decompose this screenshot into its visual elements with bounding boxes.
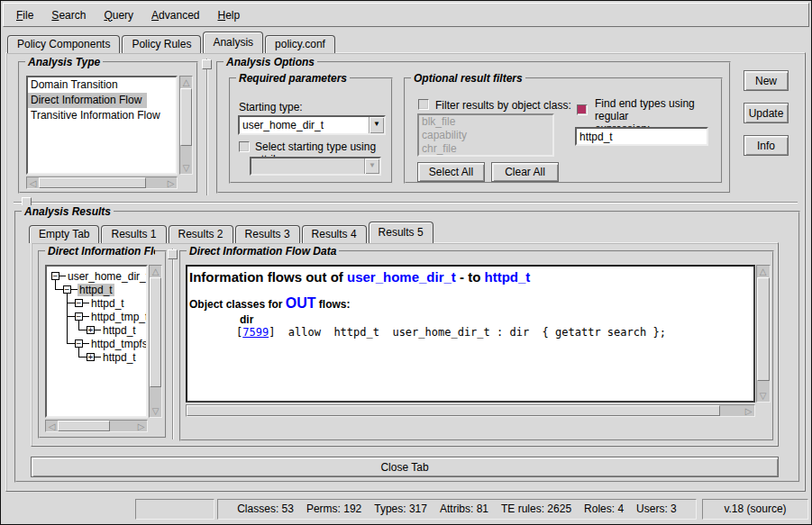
pane-sash-vertical[interactable]	[206, 59, 208, 195]
scroll-right-icon[interactable]: ▷	[135, 421, 147, 432]
flow-tree-hscrollbar[interactable]: ◁ ▷	[45, 420, 148, 432]
regex-input[interactable]	[577, 129, 707, 144]
flow-tree-panel: Direct Information Flow T	[38, 250, 167, 439]
optional-filters-panel: Optional result filters Filter results b…	[404, 77, 723, 184]
flow-tree[interactable]: −user_home_dir_t −httpd_t −httpd_t −http…	[45, 265, 148, 418]
status-stats-box: Classes: 53Perms: 192Types: 317Attribs: …	[217, 499, 697, 520]
tree-node: −httpd_t	[50, 283, 146, 296]
scrollbar-track[interactable]	[150, 277, 161, 405]
tree-node: +httpd_t	[50, 323, 146, 337]
tree-node: −httpd_tmp_t	[50, 310, 146, 323]
tree-expand-toggle[interactable]: +	[87, 353, 95, 361]
stat-classes: Classes: 53	[237, 502, 294, 515]
sash-handle[interactable]	[168, 249, 178, 259]
scrollbar-track[interactable]	[757, 277, 770, 390]
tree-node-label[interactable]: httpd_t	[101, 351, 138, 364]
flow-data-text[interactable]: Information flows out of user_home_dir_t…	[186, 265, 755, 403]
tab-results-1[interactable]: Results 1	[101, 225, 166, 243]
analysis-type-vscrollbar[interactable]: △ ▽	[179, 76, 193, 175]
filter-by-class-checkbox[interactable]	[418, 99, 429, 110]
tree-node-label[interactable]: user_home_dir_t	[66, 270, 148, 283]
scroll-down-icon[interactable]: ▽	[150, 405, 161, 417]
menu-item-query[interactable]: Query	[98, 7, 139, 23]
tab-policy-rules[interactable]: Policy Rules	[122, 35, 201, 53]
tab-policy-components[interactable]: Policy Components	[7, 35, 120, 53]
close-tab-button[interactable]: Close Tab	[31, 457, 779, 477]
menu-item-file[interactable]: File	[11, 7, 39, 23]
results-tab-content: Direct Information Flow T	[31, 242, 779, 447]
scrollbar-track[interactable]	[58, 421, 135, 431]
info-button[interactable]: Info	[744, 135, 789, 156]
analysis-type-listbox[interactable]: Domain Transition Direct Information Flo…	[26, 76, 178, 175]
tab-results-2[interactable]: Results 2	[169, 225, 233, 243]
flow-tree-vscrollbar[interactable]: △ ▽	[149, 265, 162, 418]
tree-node: −httpd_tmpfs_t	[50, 337, 146, 350]
filter-by-class-label[interactable]: Filter results by object class:	[435, 99, 571, 112]
menu-item-help[interactable]: Help	[212, 7, 245, 23]
scrollbar-thumb[interactable]	[39, 177, 146, 188]
tree-node-label[interactable]: httpd_t	[101, 324, 138, 337]
tree-expand-toggle[interactable]: −	[51, 272, 59, 280]
list-item-domain-transition[interactable]: Domain Transition	[28, 77, 176, 93]
dropdown-arrow-icon[interactable]: ▼	[369, 117, 384, 133]
starting-type-input[interactable]	[240, 117, 369, 133]
tab-analysis[interactable]: Analysis	[203, 32, 263, 53]
tree-node-label-selected[interactable]: httpd_t	[78, 284, 114, 296]
tree-expand-toggle[interactable]: −	[63, 285, 71, 294]
scrollbar-track[interactable]	[180, 88, 192, 162]
tab-empty-tab[interactable]: Empty Tab	[29, 225, 99, 243]
flow-data-vscrollbar[interactable]: △ ▽	[756, 265, 771, 403]
scrollbar-track[interactable]	[187, 405, 743, 416]
tree-expand-toggle[interactable]: −	[75, 339, 83, 348]
scrollbar-thumb[interactable]	[757, 277, 770, 381]
tab-results-5[interactable]: Results 5	[369, 222, 433, 243]
regex-checkbox[interactable]	[577, 104, 588, 115]
tree-node: −user_home_dir_t	[50, 269, 146, 283]
scrollbar-thumb[interactable]	[150, 277, 161, 387]
update-button[interactable]: Update	[744, 103, 789, 123]
tab-policy-conf[interactable]: policy.conf	[265, 35, 335, 53]
scroll-left-icon[interactable]: ◁	[27, 177, 39, 189]
list-item-transitive-information-flow[interactable]: Transitive Information Flow	[28, 108, 176, 123]
menu-item-advanced[interactable]: Advanced	[146, 7, 205, 23]
scrollbar-track[interactable]	[39, 177, 165, 188]
starting-type-label: Starting type:	[239, 101, 303, 113]
scrollbar-thumb[interactable]	[58, 421, 110, 431]
analysis-type-hscrollbar[interactable]: ◁ ▷	[26, 177, 178, 189]
scrollbar-thumb[interactable]	[180, 88, 192, 146]
tree-expand-toggle[interactable]: +	[87, 326, 95, 334]
tree-expand-toggle[interactable]: −	[75, 299, 83, 307]
scroll-up-icon[interactable]: △	[757, 266, 769, 277]
scroll-up-icon[interactable]: △	[150, 266, 161, 277]
analysis-options-panel: Analysis Options Required parameters Sta…	[216, 61, 731, 194]
results-sash-vertical[interactable]	[172, 249, 174, 439]
scroll-up-icon[interactable]: △	[180, 77, 192, 88]
sash-handle[interactable]	[202, 59, 212, 69]
scroll-right-icon[interactable]: ▷	[743, 405, 754, 417]
tab-results-3[interactable]: Results 3	[235, 225, 300, 243]
list-item-direct-information-flow[interactable]: Direct Information Flow	[28, 93, 147, 108]
tree-node-label[interactable]: httpd_t	[89, 297, 126, 310]
stat-roles: Roles: 4	[584, 502, 624, 515]
tree-node-label[interactable]: httpd_tmp_t	[89, 311, 148, 323]
scroll-left-icon[interactable]: ◁	[46, 421, 58, 432]
tab-results-4[interactable]: Results 4	[302, 225, 367, 243]
scroll-down-icon[interactable]: ▽	[757, 390, 769, 402]
pane-sash-horizontal[interactable]	[14, 202, 798, 204]
attrib-checkbox[interactable]	[239, 141, 250, 152]
select-all-button[interactable]: Select All	[417, 162, 485, 182]
new-button[interactable]: New	[744, 70, 789, 91]
rule-number-link[interactable]: 7599	[242, 326, 269, 339]
tree-node-label[interactable]: httpd_tmpfs_t	[89, 338, 148, 350]
scroll-down-icon[interactable]: ▽	[180, 162, 192, 174]
scroll-right-icon[interactable]: ▷	[165, 177, 177, 189]
regex-entry-wrap	[575, 127, 708, 146]
optional-filters-title: Optional result filters	[411, 72, 525, 85]
flow-data-hscrollbar[interactable]: ▷	[186, 404, 755, 417]
clear-all-button[interactable]: Clear All	[491, 162, 559, 182]
menu-item-search[interactable]: Search	[46, 7, 91, 23]
scrollbar-thumb[interactable]	[187, 405, 720, 416]
tree-expand-toggle[interactable]: −	[75, 312, 83, 321]
starting-type-combobox[interactable]: ▼	[238, 115, 386, 135]
analysis-results-title: Analysis Results	[22, 205, 114, 218]
